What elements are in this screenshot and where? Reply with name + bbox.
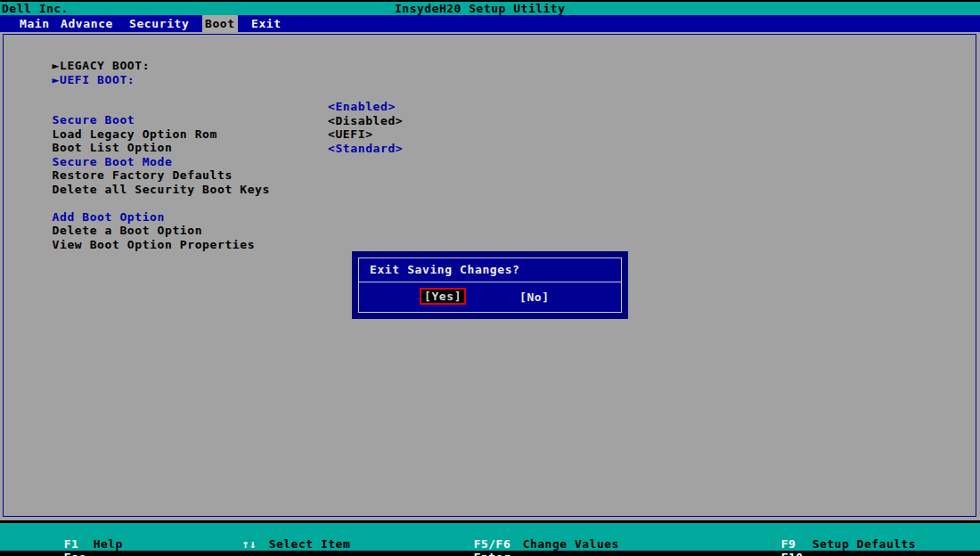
hint-column-3: F5/F6Change Values EnterSelect ► SubMenu [414,524,641,551]
no-button[interactable]: [No] [519,290,550,304]
row-delete-a-boot-option[interactable]: Delete a Boot Option [7,210,973,224]
hint-column-4: F9Setup Defaults F10Save and Exit [722,524,916,551]
dialog-inner-frame: Exit Saving Changes? [Yes] [No] [358,258,622,313]
key-f10: F10 [781,551,813,556]
setup-utility-title: InsydeH20 Setup Utility [395,2,566,15]
key-enter: Enter [474,551,523,556]
hint-select-item: ↑↓Select Item [183,524,350,537]
hint-f1-help: F1Help [4,524,123,537]
row-delete-all-security-boot-keys[interactable]: Delete all Security Boot Keys [7,169,973,183]
title-bar: Dell Inc. InsydeH20 Setup Utility [0,2,980,15]
exit-saving-changes-dialog: Exit Saving Changes? [Yes] [No] [352,251,628,319]
key-f5-f6: F5/F6 [474,537,523,551]
menu-tab-security[interactable]: Security [129,15,189,32]
row-restore-factory-defaults[interactable]: Restore Factory Defaults [7,155,973,168]
menu-tab-main[interactable]: Main [20,15,50,32]
vendor-name: Dell Inc. [2,2,69,15]
row-value: <Disabled> [328,114,403,127]
left-right-arrows-icon: ↔ [242,551,269,556]
menu-tab-exit[interactable]: Exit [251,15,282,32]
hint-column-1: F1Help EscExit [4,524,123,551]
dialog-title: Exit Saving Changes? [359,258,621,282]
row-value: <UEFI> [328,127,373,141]
row-boot-list-option[interactable]: Boot List Option <UEFI> [7,127,973,141]
key-hint-bar: F1Help EscExit ↑↓Select Item ↔Select Men… [0,523,980,551]
row-value: <Enabled> [328,100,396,113]
menu-tab-advance[interactable]: Advance [61,15,113,32]
key-f9: F9 [781,537,813,551]
row-label: View Boot Option Properties [53,238,256,251]
up-down-arrows-icon: ↑↓ [242,537,269,551]
row-secure-boot[interactable]: Secure Boot <Enabled> [7,100,973,113]
row-view-boot-option-properties[interactable]: View Boot Option Properties [7,225,973,238]
row-label: Delete all Security Boot Keys [53,183,270,196]
row-add-boot-option[interactable]: Add Boot Option [7,197,973,210]
yes-button[interactable]: [Yes] [420,288,466,305]
row-secure-boot-mode[interactable]: Secure Boot Mode <Standard> [7,142,973,155]
dialog-buttons: [Yes] [No] [359,282,621,312]
menu-bar: Main Advance Security Boot Exit [0,15,980,32]
key-f1: F1 [64,537,94,551]
row-legacy-boot[interactable]: ►LEGACY BOOT: [7,45,973,59]
row-uefi-boot[interactable]: ►UEFI BOOT: [7,60,973,73]
hint-setup-defaults: F9Setup Defaults [722,524,916,537]
row-load-legacy-option-rom[interactable]: Load Legacy Option Rom <Disabled> [7,114,973,127]
row-label: ►UEFI BOOT: [53,73,135,86]
hint-column-2: ↑↓Select Item ↔Select Menu [183,524,350,551]
row-value: <Standard> [328,142,403,155]
hint-change-values: F5/F6Change Values [414,524,641,537]
bios-setup-screen: Dell Inc. InsydeH20 Setup Utility Main A… [0,0,980,556]
key-esc: Esc [64,551,94,556]
menu-tab-boot[interactable]: Boot [202,15,238,32]
